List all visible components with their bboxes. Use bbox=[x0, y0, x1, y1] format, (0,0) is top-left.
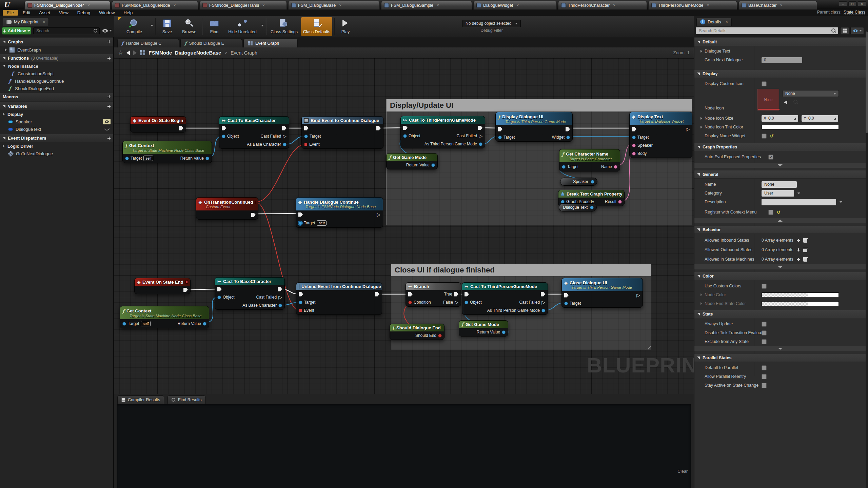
expander-icon[interactable] bbox=[5, 48, 7, 52]
close-icon[interactable]: × bbox=[516, 3, 519, 8]
macros-section-header[interactable]: Macros bbox=[0, 93, 113, 101]
target-pin[interactable] bbox=[298, 221, 302, 225]
row-exclude-from-any-state[interactable]: Exclude from Any State bbox=[694, 337, 866, 346]
exec-out-pin[interactable]: ▷ bbox=[283, 134, 287, 139]
add-dispatcher-icon[interactable] bbox=[107, 137, 111, 140]
object-pin[interactable] bbox=[217, 296, 221, 299]
display-filter-button[interactable] bbox=[840, 27, 849, 34]
asset-tab-fsm-dialoguebase[interactable]: FSM_DialogueBase× bbox=[288, 1, 380, 9]
class-defaults-button[interactable]: ✓ Class Defaults bbox=[301, 17, 332, 36]
graph-property-pin[interactable] bbox=[561, 200, 565, 204]
target-pin[interactable] bbox=[562, 165, 566, 169]
expander-icon[interactable] bbox=[701, 293, 702, 296]
event-delegate-pin[interactable] bbox=[304, 143, 308, 146]
exec-in-pin[interactable] bbox=[217, 287, 222, 291]
exec-out-pin[interactable]: ▷ bbox=[636, 293, 640, 298]
row-use-custom-colors[interactable]: Use Custom Colors bbox=[694, 282, 866, 290]
use-selected-asset-icon[interactable] bbox=[784, 100, 787, 104]
my-blueprint-tab[interactable]: My Blueprint × bbox=[3, 18, 49, 26]
close-icon[interactable]: × bbox=[707, 3, 709, 8]
sidebar-item-eventgraph[interactable]: EventGraph bbox=[0, 46, 113, 54]
class-settings-button[interactable]: Class Settings bbox=[269, 17, 300, 36]
scrollbar-thumb[interactable] bbox=[866, 32, 868, 133]
return-value-pin[interactable] bbox=[205, 157, 209, 160]
asset-tab-fsm-dialoguesample[interactable]: FSM_DialogueSample× bbox=[381, 1, 472, 9]
section-graph-properties[interactable]: Graph Properties bbox=[694, 143, 866, 151]
exec-in-pin[interactable] bbox=[403, 126, 408, 130]
expander-icon[interactable] bbox=[701, 126, 702, 128]
object-pin[interactable] bbox=[222, 135, 225, 138]
close-icon[interactable]: × bbox=[339, 3, 341, 8]
name-pin[interactable] bbox=[614, 165, 617, 169]
expand-advanced-strip[interactable] bbox=[694, 346, 866, 351]
row-node-icon-size[interactable]: Node Icon Size X0.0 Y0.0 bbox=[694, 114, 866, 123]
target-pin[interactable] bbox=[564, 302, 568, 305]
checkbox-unchecked[interactable] bbox=[762, 374, 767, 379]
row-category[interactable]: CategoryUser bbox=[694, 189, 866, 198]
node-end-color-swatch[interactable] bbox=[762, 301, 839, 306]
chevron-down-icon[interactable] bbox=[109, 30, 112, 32]
value-pin[interactable] bbox=[590, 206, 594, 209]
checkbox-unchecked[interactable] bbox=[762, 134, 767, 139]
row-auto-eval[interactable]: Auto Eval Exposed Properties✓ bbox=[694, 152, 866, 161]
return-value-pin[interactable] bbox=[203, 322, 206, 326]
row-go-to-next-dialogue[interactable]: Go to Next Dialogue0 bbox=[694, 56, 866, 64]
node-branch[interactable]: ↩Branch True ConditionFalse▷ bbox=[406, 282, 461, 307]
as-base-character-pin[interactable] bbox=[283, 143, 287, 146]
condition-pin[interactable] bbox=[408, 301, 412, 304]
node-event-on-state-end[interactable]: ◈Event On State End bbox=[134, 278, 191, 294]
tab-handle-dialogue[interactable]: ƒHandle Dialogue C bbox=[117, 39, 179, 47]
close-icon[interactable]: × bbox=[726, 20, 728, 24]
variables-section-header[interactable]: Variables bbox=[0, 102, 113, 110]
expander-icon[interactable] bbox=[701, 50, 702, 53]
row-node-icon-tint[interactable]: Node Icon Tint Color bbox=[694, 123, 866, 131]
node-get-context-2[interactable]: ƒGet ContextTarget is State Machine Node… bbox=[120, 306, 209, 328]
section-default[interactable]: Default bbox=[694, 38, 866, 46]
exec-out-pin[interactable] bbox=[282, 126, 287, 130]
maximize-button[interactable]: □ bbox=[848, 1, 856, 6]
section-color[interactable]: Color bbox=[694, 272, 866, 280]
as-base-character-pin[interactable] bbox=[278, 304, 282, 307]
row-allowed-state-machines[interactable]: Allowed in State Machines0 Array element… bbox=[694, 255, 866, 264]
target-pin[interactable] bbox=[632, 136, 636, 139]
node-unbind-event-continue-dialogue[interactable]: Unbind Event from Continue Dialogue Targ… bbox=[296, 282, 382, 315]
add-new-button[interactable]: Add New bbox=[2, 27, 31, 35]
node-event-on-state-begin[interactable]: ◈Event On State Begin bbox=[130, 116, 186, 133]
sidebar-item-shoulddialogueend[interactable]: ƒShouldDialogueEnd bbox=[0, 85, 113, 92]
event-graph-canvas[interactable]: Display/Update UI Close UI if dialogue f… bbox=[114, 58, 694, 394]
details-search-input[interactable] bbox=[696, 27, 838, 34]
asset-tab-thirdpersoncharacter[interactable]: ThirdPersonCharacter× bbox=[558, 1, 647, 9]
browse-button[interactable]: Browse bbox=[178, 17, 200, 36]
exec-out-pin[interactable] bbox=[375, 292, 379, 297]
clear-button[interactable]: Clear bbox=[677, 469, 688, 474]
go-to-next-dialogue-field[interactable]: 0 bbox=[762, 57, 802, 63]
exec-out-pin[interactable]: ▷ bbox=[377, 212, 380, 217]
exec-in-pin[interactable] bbox=[222, 126, 226, 130]
checkbox-unchecked[interactable] bbox=[768, 210, 773, 215]
row-node-end-state-color[interactable]: Node End State Color bbox=[694, 299, 866, 308]
delegate-pin[interactable] bbox=[255, 201, 256, 204]
sidebar-item-dialoguetext[interactable]: DialogueText bbox=[0, 125, 113, 133]
forward-icon[interactable] bbox=[133, 50, 137, 55]
checkbox-unchecked[interactable] bbox=[762, 383, 767, 388]
tab-event-graph[interactable]: Event Graph bbox=[243, 39, 298, 47]
return-value-pin[interactable] bbox=[431, 163, 435, 167]
node-instance-group[interactable]: Node Instance bbox=[0, 62, 113, 70]
reset-to-default-icon[interactable]: ↺ bbox=[770, 134, 774, 139]
node-get-game-mode-1[interactable]: ƒGet Game Mode Return Value bbox=[386, 153, 438, 169]
exec-out-pin[interactable]: ▷ bbox=[278, 295, 282, 300]
menu-asset[interactable]: Asset bbox=[35, 10, 54, 16]
checkbox-unchecked[interactable] bbox=[762, 81, 767, 86]
checkbox-unchecked[interactable] bbox=[762, 339, 767, 344]
exec-in-pin[interactable] bbox=[299, 292, 303, 297]
node-get-game-mode-2[interactable]: ƒGet Game Mode Return Value bbox=[459, 320, 508, 337]
resize-grip[interactable] bbox=[645, 344, 651, 349]
functions-section-header[interactable]: Functions(8 Overridable) bbox=[0, 54, 113, 62]
checkbox-unchecked[interactable] bbox=[762, 284, 767, 289]
menu-window[interactable]: Window bbox=[95, 10, 119, 16]
reset-to-default-icon[interactable]: ↺ bbox=[777, 210, 781, 215]
add-element-icon[interactable] bbox=[797, 258, 800, 261]
expander-icon[interactable] bbox=[3, 113, 5, 116]
target-pin[interactable] bbox=[122, 322, 126, 326]
should-end-pin[interactable] bbox=[438, 334, 442, 338]
